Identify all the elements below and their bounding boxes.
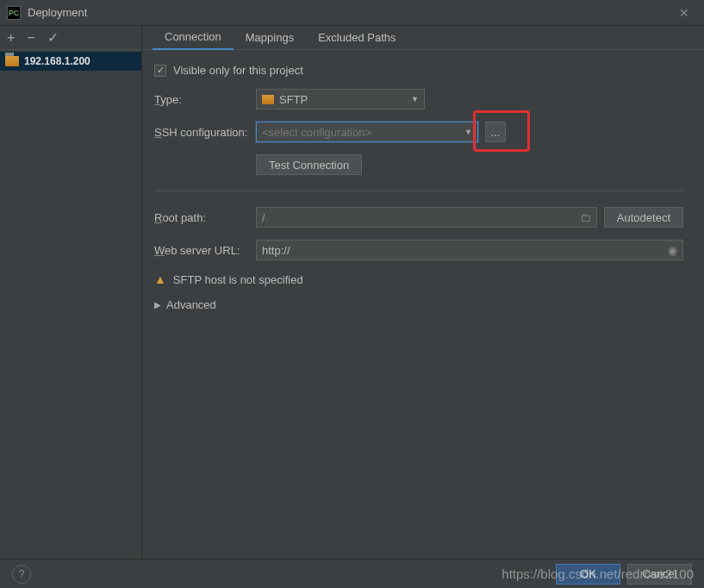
advanced-label: Advanced [166,298,216,311]
tabs-bar: Connection Mappings Excluded Paths [142,26,704,50]
folder-icon[interactable]: 🗀 [580,211,591,224]
chevron-right-icon: ▶ [154,300,161,310]
content-panel: Connection Mappings Excluded Paths ✓ Vis… [142,26,704,559]
app-icon: PC [7,6,21,20]
root-path-label: Root path: [154,211,249,224]
root-path-input[interactable]: / 🗀 [256,207,597,228]
sidebar-toolbar: + − ✓ [0,26,141,50]
ssh-placeholder: <select configuration> [262,126,371,139]
server-list-item[interactable]: 192.168.1.200 [0,52,141,71]
footer: ? OK Cancel [0,559,704,588]
visible-only-row: ✓ Visible only for this project [154,64,683,77]
titlebar: PC Deployment ✕ [0,0,704,26]
main-area: + − ✓ 192.168.1.200 Connection Mappings … [0,26,704,559]
advanced-toggle[interactable]: ▶ Advanced [154,298,683,311]
type-row: Type: SFTP ▼ [154,89,683,109]
warning-text: SFTP host is not specified [173,273,303,286]
chevron-down-icon: ▼ [464,128,472,136]
visible-only-label: Visible only for this project [173,64,303,77]
ssh-row: SSH configuration: <select configuration… [154,122,683,142]
divider [154,191,683,191]
ssh-label: SSH configuration: [154,126,249,139]
globe-icon[interactable]: ◉ [668,244,677,257]
warning-row: ▲ SFTP host is not specified [154,272,683,286]
window-title: Deployment [28,6,671,19]
web-url-label: Web server URL: [154,244,249,257]
tab-connection[interactable]: Connection [153,26,234,50]
tab-mappings[interactable]: Mappings [234,26,306,50]
close-icon[interactable]: ✕ [671,0,697,26]
web-url-row: Web server URL: http:// ◉ [154,240,683,260]
warning-icon: ▲ [154,272,166,286]
chevron-down-icon: ▼ [411,95,419,103]
form: ✓ Visible only for this project Type: SF… [142,50,704,325]
ssh-configuration-select[interactable]: <select configuration> ▼ [256,122,478,142]
ssh-browse-button[interactable]: ... [485,122,506,142]
cancel-button[interactable]: Cancel [627,564,692,585]
test-connection-row: Test Connection [154,154,683,175]
sftp-server-icon [5,56,19,66]
sidebar: + − ✓ 192.168.1.200 [0,26,142,559]
type-label: Type: [154,93,249,106]
visible-only-checkbox[interactable]: ✓ [154,65,166,77]
server-label: 192.168.1.200 [24,55,90,67]
tab-excluded-paths[interactable]: Excluded Paths [306,26,408,50]
sftp-icon [262,95,274,104]
remove-icon[interactable]: − [27,30,34,46]
ok-button[interactable]: OK [556,564,620,585]
root-path-row: Root path: / 🗀 Autodetect [154,207,683,228]
help-button[interactable]: ? [12,565,31,584]
type-select[interactable]: SFTP ▼ [256,89,425,109]
add-icon[interactable]: + [7,30,15,46]
test-connection-button[interactable]: Test Connection [256,154,362,175]
web-url-input[interactable]: http:// ◉ [256,240,683,260]
check-icon[interactable]: ✓ [47,29,59,46]
type-value: SFTP [279,93,308,106]
autodetect-button[interactable]: Autodetect [604,207,683,228]
